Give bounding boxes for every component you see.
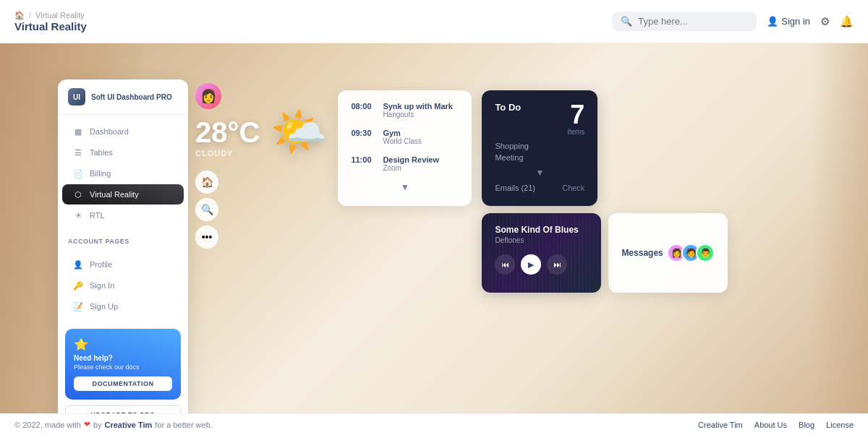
music-prev-button[interactable]: ⏮ (495, 254, 515, 275)
todo-item-meeting: Meeting (495, 153, 584, 162)
sidebar-item-billing[interactable]: 📄 Billing (62, 163, 184, 184)
sidebar-item-tables[interactable]: ☰ Tables (62, 142, 184, 163)
upgrade-button[interactable]: UPGRADE TO PRO (65, 405, 181, 413)
search-icon: 🔍 (621, 16, 632, 27)
emails-info: Emails (21) (495, 184, 535, 192)
header: 🏠 / Virtual Reality Virtual Reality 🔍 👤 … (0, 0, 868, 43)
music-next-button[interactable]: ⏭ (547, 254, 567, 275)
search-nav-button[interactable]: 🔍 (195, 198, 218, 221)
schedule-sub-3: Zoom (383, 164, 439, 172)
settings-button[interactable]: ⚙ (820, 15, 830, 28)
weather-condition: CLOUDY (195, 149, 260, 158)
weather-section: 👩 28°C CLOUDY 🏠 🔍 ••• (195, 83, 260, 249)
help-card: ⭐ Need help? Please check our docs DOCUM… (65, 329, 181, 400)
sidebar-item-virtual-reality[interactable]: ⬡ Virtual Reality (62, 184, 184, 204)
messages-card: Messages 👩 🧑 👨 (608, 213, 728, 293)
sign-in-button[interactable]: 👤 Sign in (767, 16, 810, 27)
sidebar-item-rtl[interactable]: ✳ RTL (62, 205, 184, 225)
footer-right: Creative Tim About Us Blog License (698, 421, 854, 429)
dashboard-icon: ▦ (72, 126, 84, 137)
user-icon: 👤 (767, 16, 778, 27)
schedule-sub-2: World Class (383, 137, 422, 145)
sidebar-item-label: RTL (90, 211, 105, 220)
sidebar-logo: UI (68, 88, 85, 105)
footer-link-blog[interactable]: Blog (799, 421, 814, 429)
schedule-card: 08:00 Synk up with Mark Hangouts 09:30 G… (338, 90, 472, 206)
sidebar-item-signin[interactable]: 🔑 Sign In (62, 275, 184, 296)
footer: © 2022, made with ❤ by Creative Tim for … (0, 413, 868, 435)
weather-display: 28°C CLOUDY (195, 113, 260, 160)
todo-expand-button[interactable]: ▼ (495, 168, 584, 178)
signin-icon: 🔑 (72, 280, 84, 291)
right-column: To Do 7 items Shopping Meeting ▼ Emails … (482, 90, 728, 293)
weather-sun-icon: 🌤️ (270, 105, 328, 159)
help-icon: ⭐ (74, 337, 172, 351)
footer-link-about-us[interactable]: About Us (754, 421, 787, 429)
schedule-time-1: 08:00 (351, 102, 375, 119)
music-title: Some Kind Of Blues (495, 225, 588, 235)
footer-copyright: © 2022, made with (14, 421, 81, 429)
schedule-item-3: 11:00 Design Review Zoom (351, 155, 459, 172)
schedule-item-2: 09:30 Gym World Class (351, 129, 459, 145)
music-messages-row: Some Kind Of Blues Deftones ⏮ ▶ ⏭ Messag… (482, 213, 728, 293)
home-icon: 🏠 (14, 11, 25, 20)
notifications-button[interactable]: 🔔 (840, 15, 854, 28)
footer-brand: Creative Tim (105, 421, 153, 429)
settings-icon: ⚙ (820, 15, 830, 28)
schedule-info-3: Design Review Zoom (383, 155, 439, 172)
brand-text: Soft UI Dashboard PRO (91, 93, 172, 101)
todo-card: To Do 7 items Shopping Meeting ▼ Emails … (482, 90, 597, 206)
sidebar-nav: ▦ Dashboard ☰ Tables 📄 Billing ⬡ Virtual… (58, 115, 188, 232)
vr-icon: ⬡ (72, 189, 84, 200)
todo-item-shopping: Shopping (495, 142, 584, 150)
footer-link-license[interactable]: License (826, 421, 854, 429)
home-nav-button[interactable]: 🏠 (195, 171, 218, 194)
avatar-3: 👨 (696, 244, 715, 262)
sidebar-item-label: Sign In (90, 281, 114, 290)
account-section-title: ACCOUNT PAGES (58, 232, 188, 248)
sidebar-item-label: Tables (90, 148, 113, 157)
sidebar-item-dashboard[interactable]: ▦ Dashboard (62, 121, 184, 142)
sidebar-item-signup[interactable]: 📝 Sign Up (62, 296, 184, 316)
weather-temp: 28°C (195, 116, 260, 149)
schedule-title-1: Synk up with Mark (383, 102, 453, 111)
schedule-expand-button[interactable]: ▼ (351, 182, 459, 192)
profile-icon: 👤 (72, 259, 84, 270)
tables-icon: ☰ (72, 147, 84, 158)
help-title: Need help? (74, 354, 172, 362)
signup-icon: 📝 (72, 301, 84, 312)
schedule-info-2: Gym World Class (383, 129, 422, 145)
music-play-button[interactable]: ▶ (521, 254, 541, 275)
documentation-button[interactable]: DOCUMENTATION (74, 376, 172, 391)
footer-suffix: for a better web. (155, 421, 213, 429)
music-card: Some Kind Of Blues Deftones ⏮ ▶ ⏭ (482, 213, 601, 293)
sidebar-item-label: Profile (90, 260, 112, 269)
weather-nav-buttons: 🏠 🔍 ••• (195, 171, 260, 249)
music-controls: ⏮ ▶ ⏭ (495, 254, 588, 275)
cards-area: 👩 28°C CLOUDY 🏠 🔍 ••• 🌤️ 08:00 Synk up w… (195, 83, 839, 392)
breadcrumb-separator: / (29, 11, 31, 20)
header-right: 🔍 👤 Sign in ⚙ 🔔 (612, 12, 854, 31)
user-avatar: 👩 (195, 83, 221, 109)
footer-by: by (93, 421, 102, 429)
more-nav-button[interactable]: ••• (195, 225, 218, 249)
check-button[interactable]: Check (562, 184, 584, 192)
schedule-time-2: 09:30 (351, 129, 375, 145)
rtl-icon: ✳ (72, 210, 84, 221)
breadcrumb-link[interactable]: Virtual Reality (35, 11, 85, 20)
search-input[interactable] (638, 16, 748, 27)
messages-avatars: 👩 🧑 👨 (667, 244, 715, 262)
footer-heart-icon: ❤ (84, 420, 90, 429)
schedule-item-1: 08:00 Synk up with Mark Hangouts (351, 102, 459, 119)
todo-count: 7 (567, 102, 584, 128)
main-content: UI Soft UI Dashboard PRO ▦ Dashboard ☰ T… (0, 43, 868, 413)
bell-icon: 🔔 (840, 15, 854, 28)
page-title: Virtual Reality (14, 20, 87, 33)
schedule-title-2: Gym (383, 129, 422, 137)
footer-link-creative-tim[interactable]: Creative Tim (698, 421, 743, 429)
help-desc: Please check our docs (74, 363, 172, 371)
todo-title: To Do (495, 102, 521, 113)
schedule-info-1: Synk up with Mark Hangouts (383, 102, 453, 119)
sidebar-item-profile[interactable]: 👤 Profile (62, 254, 184, 275)
account-nav: 👤 Profile 🔑 Sign In 📝 Sign Up (58, 248, 188, 323)
